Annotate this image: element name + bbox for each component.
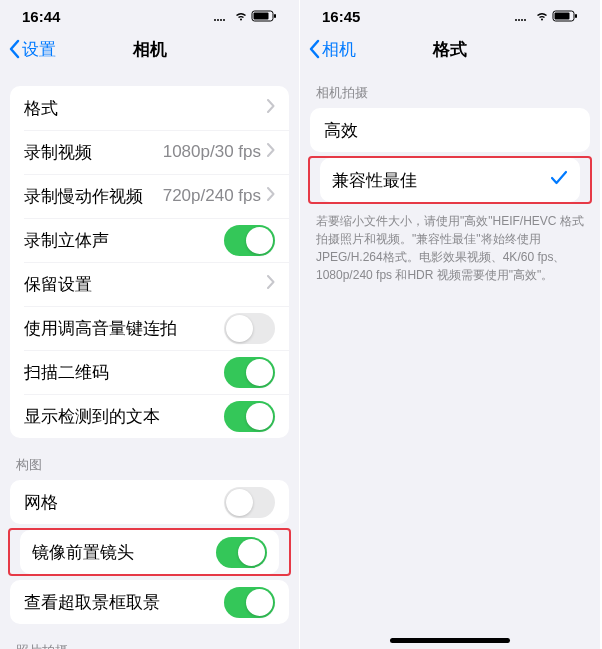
- back-label: 设置: [22, 38, 56, 61]
- status-time: 16:45: [322, 8, 360, 25]
- svg-point-2: [220, 19, 222, 21]
- toggle[interactable]: [224, 587, 275, 618]
- row-label: 高效: [324, 119, 358, 142]
- back-label: 相机: [322, 38, 356, 61]
- checkmark-icon: [550, 170, 568, 190]
- row-label: 保留设置: [24, 273, 92, 296]
- main-row-3[interactable]: 录制立体声: [10, 218, 289, 262]
- chevron-right-icon: [267, 99, 275, 117]
- group-composition: 网格镜像前置镜头查看超取景框取景: [0, 480, 299, 624]
- battery-icon: [251, 8, 277, 25]
- row-detail: 1080p/30 fps: [163, 142, 261, 162]
- chevron-left-icon: [308, 39, 320, 59]
- composition-row-2[interactable]: 查看超取景框取景: [10, 580, 289, 624]
- main-row-4[interactable]: 保留设置: [10, 262, 289, 306]
- composition-row-1[interactable]: 镜像前置镜头: [20, 530, 279, 574]
- svg-rect-13: [575, 14, 577, 18]
- toggle[interactable]: [224, 401, 275, 432]
- row-label: 录制立体声: [24, 229, 109, 252]
- status-icons: [514, 8, 578, 25]
- group-main: 格式录制视频1080p/30 fps录制慢动作视频720p/240 fps录制立…: [10, 86, 289, 438]
- svg-point-8: [518, 19, 520, 21]
- phone-format-settings: 16:45 相机 格式 相机拍摄 高效兼容性最佳: [300, 0, 600, 649]
- capture-row-1[interactable]: 兼容性最佳: [320, 158, 580, 202]
- main-row-6[interactable]: 扫描二维码: [10, 350, 289, 394]
- chevron-right-icon: [267, 187, 275, 205]
- row-label: 显示检测到的文本: [24, 405, 160, 428]
- wifi-icon: [233, 8, 249, 25]
- status-bar: 16:45: [300, 0, 600, 32]
- row-label: 录制慢动作视频: [24, 185, 143, 208]
- svg-rect-6: [274, 14, 276, 18]
- row-label: 使用调高音量键连拍: [24, 317, 177, 340]
- svg-rect-12: [555, 12, 570, 19]
- battery-icon: [552, 8, 578, 25]
- svg-point-9: [521, 19, 523, 21]
- group-capture: 高效兼容性最佳: [300, 108, 600, 204]
- main-row-2[interactable]: 录制慢动作视频720p/240 fps: [10, 174, 289, 218]
- toggle[interactable]: [216, 537, 267, 568]
- row-label: 格式: [24, 97, 58, 120]
- phone-camera-settings: 16:44 设置 相机 格式录制视频1080p/30 fp: [0, 0, 300, 649]
- status-bar: 16:44: [0, 0, 299, 32]
- nav-bar: 相机 格式: [300, 32, 600, 66]
- footer-capture: 若要缩小文件大小，请使用"高效"HEIF/HEVC 格式拍摄照片和视频。"兼容性…: [300, 204, 600, 284]
- svg-point-1: [217, 19, 219, 21]
- row-label: 网格: [24, 491, 58, 514]
- row-label: 录制视频: [24, 141, 92, 164]
- chevron-right-icon: [267, 143, 275, 161]
- svg-rect-5: [254, 12, 269, 19]
- status-icons: [213, 8, 277, 25]
- section-header-composition: 构图: [0, 438, 299, 480]
- section-header-photo: 照片拍摄: [0, 624, 299, 649]
- composition-row-0[interactable]: 网格: [10, 480, 289, 524]
- scroll-area[interactable]: 格式录制视频1080p/30 fps录制慢动作视频720p/240 fps录制立…: [0, 66, 299, 649]
- row-label: 扫描二维码: [24, 361, 109, 384]
- main-row-0[interactable]: 格式: [10, 86, 289, 130]
- section-header-capture: 相机拍摄: [300, 66, 600, 108]
- svg-point-10: [524, 19, 526, 21]
- main-row-1[interactable]: 录制视频1080p/30 fps: [10, 130, 289, 174]
- toggle[interactable]: [224, 357, 275, 388]
- back-button[interactable]: 相机: [308, 38, 356, 61]
- row-label: 兼容性最佳: [332, 169, 417, 192]
- main-row-5[interactable]: 使用调高音量键连拍: [10, 306, 289, 350]
- toggle[interactable]: [224, 313, 275, 344]
- capture-row-0[interactable]: 高效: [310, 108, 590, 152]
- chevron-right-icon: [267, 275, 275, 293]
- row-detail: 720p/240 fps: [163, 186, 261, 206]
- wifi-icon: [534, 8, 550, 25]
- main-row-7[interactable]: 显示检测到的文本: [10, 394, 289, 438]
- svg-point-7: [515, 19, 517, 21]
- svg-point-3: [223, 19, 225, 21]
- svg-point-0: [214, 19, 216, 21]
- cellular-icon: [514, 8, 532, 25]
- status-time: 16:44: [22, 8, 60, 25]
- nav-bar: 设置 相机: [0, 32, 299, 66]
- scroll-area[interactable]: 相机拍摄 高效兼容性最佳 若要缩小文件大小，请使用"高效"HEIF/HEVC 格…: [300, 66, 600, 649]
- row-label: 镜像前置镜头: [32, 541, 134, 564]
- row-label: 查看超取景框取景: [24, 591, 160, 614]
- chevron-left-icon: [8, 39, 20, 59]
- toggle[interactable]: [224, 225, 275, 256]
- home-indicator[interactable]: [390, 638, 510, 643]
- back-button[interactable]: 设置: [8, 38, 56, 61]
- cellular-icon: [213, 8, 231, 25]
- toggle[interactable]: [224, 487, 275, 518]
